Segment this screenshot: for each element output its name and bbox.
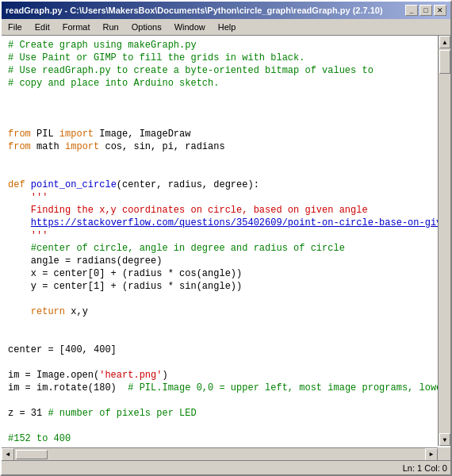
code-line: ''' <box>8 191 444 204</box>
code-line: im = im.rotate(180) # PIL.Image 0,0 = up… <box>8 382 444 394</box>
code-line: # Use readGraph.py to create a byte-orie… <box>8 64 444 77</box>
horizontal-scrollbar[interactable]: ◄ ► <box>2 447 438 460</box>
scroll-thumb-horizontal[interactable] <box>16 450 48 459</box>
code-line: center = [400, 400] <box>8 344 444 356</box>
menu-edit[interactable]: Edit <box>29 21 56 33</box>
maximize-button[interactable]: □ <box>419 5 432 16</box>
code-line <box>8 115 444 128</box>
title-bar-buttons: _ □ ✕ <box>405 5 446 16</box>
menu-options[interactable]: Options <box>125 21 168 33</box>
vertical-scrollbar[interactable]: ▲ ▼ <box>438 36 450 446</box>
code-line: y = center[1] + (radius * sin(angle)) <box>8 280 444 293</box>
code-line: Finding the x,y coordinates on circle, b… <box>8 204 444 217</box>
code-line <box>8 394 444 407</box>
menu-format[interactable]: Format <box>56 21 97 33</box>
code-line: x = center[0] + (radius * cos(angle)) <box>8 267 444 280</box>
code-line <box>8 153 444 166</box>
menu-help[interactable]: Help <box>212 21 243 33</box>
close-button[interactable]: ✕ <box>434 5 446 16</box>
code-line: angle = radians(degree) <box>8 255 444 267</box>
code-line: z = 31 # number of pixels per LED <box>8 407 444 420</box>
code-line <box>8 331 444 344</box>
application-window: readGraph.py - C:\Users\MakersBox\Docume… <box>0 0 452 476</box>
code-line <box>8 166 444 178</box>
status-bar: Ln: 1 Col: 0 <box>2 460 450 474</box>
code-line: # Create graph using makeGraph.py <box>8 39 444 52</box>
code-line <box>8 293 444 305</box>
menu-file[interactable]: File <box>2 21 29 33</box>
code-line: ''' <box>8 229 444 242</box>
code-line: im = Image.open('heart.png') <box>8 369 444 382</box>
code-line: return x,y <box>8 305 444 318</box>
code-line: def point_on_circle(center, radius, degr… <box>8 178 444 191</box>
code-container[interactable]: # Create graph using makeGraph.py # Use … <box>2 36 450 460</box>
code-line <box>8 102 444 115</box>
code-line: https://stackoverflow.com/questions/3540… <box>8 217 444 229</box>
code-line <box>8 356 444 369</box>
window-title: readGraph.py - C:\Users\MakersBox\Docume… <box>6 6 383 15</box>
code-line: # Use Paint or GIMP to fill the grids in… <box>8 52 444 64</box>
cursor-position: Ln: 1 Col: 0 <box>403 463 447 473</box>
scroll-down-button[interactable]: ▼ <box>439 433 450 446</box>
code-line <box>8 318 444 331</box>
scroll-thumb-vertical[interactable] <box>439 50 450 74</box>
code-line: # copy and place into Arduino sketch. <box>8 77 444 90</box>
scroll-left-button[interactable]: ◄ <box>2 448 14 461</box>
menu-run[interactable]: Run <box>97 21 125 33</box>
scroll-up-button[interactable]: ▲ <box>439 36 450 48</box>
code-line: #152 to 400 <box>8 432 444 445</box>
minimize-button[interactable]: _ <box>405 5 418 16</box>
menu-bar: File Edit Format Run Options Window Help <box>2 19 450 36</box>
menu-window[interactable]: Window <box>168 21 212 33</box>
code-line: from math import cos, sin, pi, radians <box>8 140 444 153</box>
editor-area: # Create graph using makeGraph.py # Use … <box>2 36 450 460</box>
code-line: #center of circle, angle in degree and r… <box>8 242 444 255</box>
scroll-right-button[interactable]: ► <box>425 448 438 461</box>
code-line: from PIL import Image, ImageDraw <box>8 128 444 140</box>
code-line <box>8 420 444 432</box>
scrollbar-corner <box>438 447 450 460</box>
code-line <box>8 90 444 102</box>
title-bar: readGraph.py - C:\Users\MakersBox\Docume… <box>2 2 450 19</box>
